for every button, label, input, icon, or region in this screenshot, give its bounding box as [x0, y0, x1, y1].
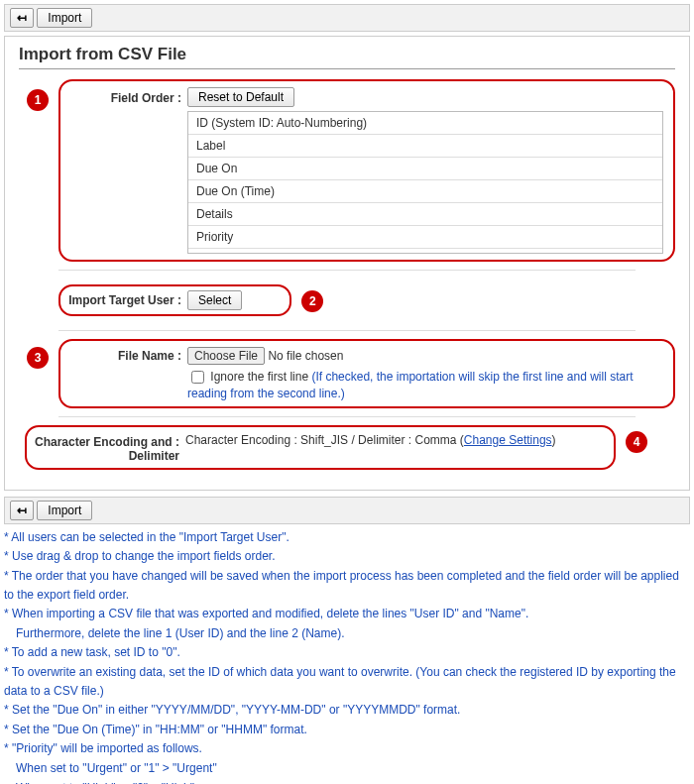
field-order-list[interactable]: ID (System ID: Auto-Numbering) Label Due… [187, 111, 663, 254]
file-name-section: 3 File Name : Choose File No file chosen… [58, 339, 675, 408]
delimiter-value: Comma [414, 433, 456, 447]
bottom-toolbar: ↤ Import [4, 497, 690, 524]
notes-section: * All users can be selected in the "Impo… [4, 528, 690, 784]
select-user-button[interactable]: Select [187, 290, 242, 310]
note-line: When set to "Urgent" or "1" > "Urgent" [4, 759, 690, 778]
note-line: * Set the "Due On" in either "YYYY/MM/DD… [4, 701, 690, 720]
field-item[interactable]: Due On [188, 158, 662, 180]
back-button-bottom[interactable]: ↤ [10, 501, 34, 520]
panel-title: Import from CSV File [19, 45, 675, 69]
choose-file-button[interactable]: Choose File [187, 347, 265, 365]
divider [58, 270, 636, 271]
file-name-label: File Name : [60, 349, 187, 363]
callout-badge-1: 1 [27, 89, 49, 111]
note-line: * All users can be selected in the "Impo… [4, 528, 690, 547]
ignore-first-line-text: Ignore the first line [210, 370, 308, 384]
divider [58, 330, 636, 331]
back-button[interactable]: ↤ [10, 8, 34, 28]
field-item[interactable]: Details [188, 203, 662, 226]
note-line: Furthermore, delete the line 1 (User ID)… [4, 624, 690, 643]
encoding-prefix: Character Encoding : [185, 433, 297, 447]
note-line: * When importing a CSV file that was exp… [4, 605, 690, 623]
note-line: * Use drag & drop to change the import f… [4, 547, 690, 566]
import-button-top[interactable]: Import [37, 8, 92, 28]
file-chosen-text: No file chosen [268, 349, 343, 363]
field-order-label: Field Order : [60, 87, 187, 105]
field-item[interactable]: Reminder [188, 249, 662, 254]
field-item[interactable]: Due On (Time) [188, 180, 662, 203]
field-order-section: 1 Field Order : Reset to Default ID (Sys… [58, 79, 675, 262]
top-toolbar: ↤ Import [4, 4, 690, 32]
target-user-label: Import Target User : [60, 293, 187, 307]
change-settings-link[interactable]: Change Settings [464, 433, 552, 447]
target-user-section: Import Target User : Select 2 [58, 284, 291, 316]
ignore-first-line-checkbox[interactable] [191, 371, 204, 384]
note-line: * "Priority" will be imported as follows… [4, 739, 690, 758]
callout-badge-2: 2 [301, 290, 323, 312]
field-item[interactable]: Priority [188, 226, 662, 249]
field-item[interactable]: Label [188, 135, 662, 158]
note-line: * Set the "Due On (Time)" in "HH:MM" or … [4, 721, 690, 739]
callout-badge-4: 4 [626, 431, 647, 453]
encoding-value: Shift_JIS [300, 433, 348, 447]
import-panel: Import from CSV File 1 Field Order : Res… [4, 36, 690, 491]
encoding-section: Character Encoding and : Delimiter Chara… [25, 425, 616, 470]
note-line: When set to "High" or "2" > "High" [4, 779, 690, 785]
callout-badge-3: 3 [27, 347, 49, 369]
delimiter-prefix: / Delimiter : [351, 433, 411, 447]
note-line: * To overwrite an existing data, set the… [4, 663, 690, 700]
ignore-first-line-label[interactable]: Ignore the first line [187, 370, 311, 384]
note-line: * To add a new task, set ID to "0". [4, 643, 690, 662]
reset-default-button[interactable]: Reset to Default [187, 87, 294, 107]
import-button-bottom[interactable]: Import [37, 501, 92, 520]
divider [58, 416, 636, 417]
encoding-label: Character Encoding and : Delimiter [27, 431, 185, 464]
field-item[interactable]: ID (System ID: Auto-Numbering) [188, 112, 662, 135]
note-line: * The order that you have changed will b… [4, 567, 690, 604]
